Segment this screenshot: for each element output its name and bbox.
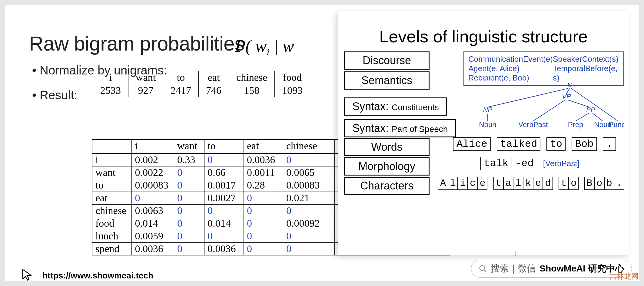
bigram-cell: 0	[174, 217, 204, 230]
bigram-cell: 0.0065	[283, 166, 335, 179]
char-token: o	[594, 177, 604, 190]
cursor-icon	[21, 268, 33, 281]
bigram-cell: 0	[244, 192, 283, 204]
svg-line-7	[593, 113, 603, 121]
bigram-cell: 0.0011	[244, 166, 283, 179]
unigram-value: 2533	[93, 84, 128, 97]
level-box: Semantics	[344, 71, 430, 90]
bigram-cell: 0.00083	[132, 179, 174, 192]
search-pill[interactable]: 搜索｜微信 ShowMeAI 研究中心	[471, 260, 632, 278]
sem-pred: TemporalBefore(e, s)	[553, 64, 619, 83]
bigram-cell: 0	[244, 230, 283, 242]
word-token: talked	[497, 137, 540, 151]
level-box: Syntax: Part of Speech	[344, 119, 456, 137]
bigram-cell: 0	[204, 153, 244, 166]
bigram-cell: 0	[174, 230, 204, 242]
svg-line-4	[533, 100, 565, 121]
bigram-cell: 0.33	[174, 153, 204, 166]
bigram-cell: 0.014	[132, 217, 174, 230]
unigram-value: 927	[128, 84, 163, 97]
unigram-value: 746	[199, 84, 229, 97]
overlay-title: Levels of linguistic structure	[338, 27, 629, 46]
bigram-col-header	[92, 140, 132, 153]
tree-node-np: NP	[483, 106, 493, 113]
char-token: e	[478, 177, 488, 190]
bigram-row-header: lunch	[92, 230, 132, 242]
bigram-cell: 0	[244, 242, 283, 255]
slide: Raw bigram probabilities P( wi | w • Nor…	[5, 5, 639, 281]
char-token: A	[438, 177, 448, 190]
bigram-row-header: eat	[92, 192, 132, 204]
char-token: t	[493, 177, 503, 190]
char-token: c	[468, 177, 478, 190]
sem-pred: Recipient(e, Bob)	[468, 73, 553, 83]
semantics-box: CommunicationEvent(e)Agent(e, Alice)Reci…	[463, 51, 624, 86]
bigram-col-header: eat	[244, 140, 283, 153]
morph-suffix: -ed	[512, 157, 537, 170]
bigram-cell: 0	[283, 230, 335, 242]
unigram-value: 1093	[275, 84, 310, 97]
level-box: Morphology	[344, 157, 430, 176]
bigram-cell: 0	[283, 204, 335, 217]
bigram-cell: 0	[174, 242, 204, 255]
char-token: o	[569, 177, 579, 190]
char-token: k	[523, 177, 533, 190]
bigram-row-header: food	[92, 217, 132, 230]
bigram-cell: 0	[132, 192, 174, 204]
syntax-tree: S VP NP PP Noun VerbPast Prep Noun Punct	[460, 82, 624, 133]
bigram-cell: 0.0027	[204, 192, 244, 204]
char-token: b	[604, 177, 614, 190]
char-token: t	[559, 177, 569, 190]
char-token: .	[614, 177, 624, 190]
svg-line-6	[576, 113, 589, 121]
char-token: d	[543, 177, 553, 190]
bigram-cell: 0	[244, 204, 283, 217]
tree-node-pp: PP	[586, 106, 595, 113]
bigram-cell: 0	[204, 230, 244, 242]
bigram-cell: 0.00092	[283, 217, 335, 230]
unigram-header: eat	[199, 71, 229, 84]
bigram-cell: 0.0059	[132, 230, 174, 242]
level-box: Syntax: Constituents	[344, 97, 447, 116]
bigram-cell: 0.014	[204, 217, 244, 230]
overlay-panel: Levels of linguistic structure Discourse…	[338, 11, 629, 255]
word-token: .	[603, 137, 616, 151]
morph-stem: talk	[480, 157, 512, 170]
tree-leaf-0: Noun	[479, 120, 496, 129]
bigram-cell: 0.00083	[283, 179, 335, 192]
bigram-col-header: want	[174, 140, 204, 153]
unigram-header: food	[275, 71, 310, 84]
char-token: i	[458, 177, 468, 190]
word-token: to	[546, 137, 566, 151]
unigram-table: iwanttoeatchinesefood 253392724177461581…	[93, 71, 310, 97]
formula: P( wi | w	[235, 36, 294, 58]
bigram-cell: 0.66	[204, 166, 244, 179]
char-token: l	[513, 177, 523, 190]
bigram-cell: 0	[283, 153, 335, 166]
search-icon	[479, 265, 487, 273]
level-box: Characters	[344, 177, 430, 195]
bigram-cell: 0.002	[132, 153, 174, 166]
tree-leaf-1: VerbPast	[518, 120, 548, 129]
level-box: Words	[344, 138, 430, 156]
unigram-value: 158	[229, 84, 275, 97]
bigram-row-header: to	[92, 179, 132, 192]
bigram-row-header: want	[92, 166, 132, 179]
tree-node-s: S	[567, 82, 572, 89]
bigram-cell: 0	[174, 166, 204, 179]
sem-pred: CommunicationEvent(e)	[468, 54, 553, 64]
unigram-header: i	[93, 71, 128, 84]
tree-node-vp: VP	[562, 93, 571, 100]
bigram-cell: 0	[204, 204, 244, 217]
bigram-col-header: i	[132, 140, 174, 153]
tree-leaf-4: Punct	[609, 120, 624, 129]
bigram-cell: 0.0063	[132, 204, 174, 217]
svg-line-2	[571, 88, 618, 121]
bigram-col-header: chinese	[283, 140, 335, 153]
page-title: Raw bigram probabilities	[29, 32, 244, 55]
svg-line-0	[488, 88, 568, 107]
tree-leaf-2: Prep	[568, 120, 583, 129]
bigram-cell: 0	[174, 179, 204, 192]
footer-link[interactable]: https://www.showmeai.tech	[42, 271, 153, 281]
svg-point-8	[480, 265, 484, 270]
